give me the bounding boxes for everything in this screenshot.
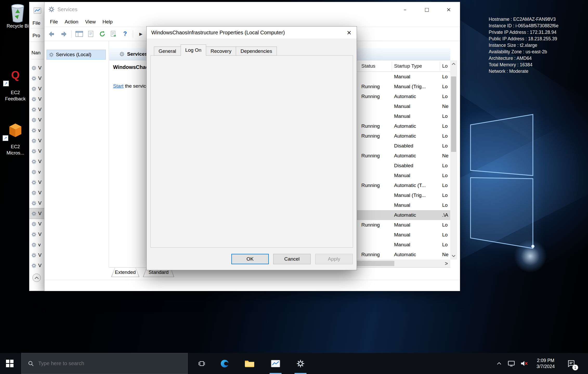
back-button[interactable]	[47, 29, 57, 39]
gear-icon	[31, 86, 37, 92]
maximize-button[interactable]: □	[416, 2, 438, 17]
rear-service-row[interactable]: V	[29, 208, 44, 219]
rear-service-row[interactable]: V	[29, 104, 44, 115]
properties-button[interactable]	[86, 29, 96, 39]
minimize-button[interactable]: –	[394, 2, 416, 17]
monitor-app-button[interactable]	[266, 353, 285, 374]
menu-view[interactable]: View	[82, 19, 99, 25]
show-console-tree-button[interactable]	[74, 29, 84, 39]
tray-expand-button[interactable]	[493, 353, 505, 374]
forward-button[interactable]	[58, 29, 68, 39]
file-explorer-button[interactable]	[240, 353, 259, 374]
services-app-button[interactable]	[291, 353, 310, 374]
tab-general[interactable]: General	[154, 47, 181, 56]
close-button[interactable]: ×	[438, 2, 460, 17]
rear-service-label: V	[38, 231, 42, 237]
rear-service-row[interactable]: V	[29, 156, 44, 167]
file-explorer-icon	[245, 359, 254, 368]
start-button[interactable]	[0, 353, 19, 374]
export-list-icon	[110, 30, 117, 37]
rear-service-label: v	[38, 242, 41, 248]
scrollbar-thumb[interactable]	[451, 76, 456, 152]
service-startup-type: Manual (Trig...	[394, 82, 426, 92]
rear-service-label: V	[38, 263, 42, 268]
dialog-close-button[interactable]: ×	[342, 27, 357, 38]
tab-recovery[interactable]: Recovery	[206, 47, 236, 56]
rear-service-row[interactable]: V	[29, 198, 44, 208]
rear-menu-file[interactable]: File	[32, 20, 41, 26]
start-service-suffix: the service	[123, 83, 149, 89]
rear-service-row[interactable]: V	[29, 250, 44, 260]
play-icon: ▶	[139, 31, 142, 36]
rear-service-row[interactable]: V	[29, 63, 44, 73]
gear-icon	[31, 263, 37, 268]
service-logon-as: Lo	[442, 92, 450, 101]
service-startup-type: Manual	[394, 72, 410, 82]
start-service-button[interactable]: ▶	[136, 29, 146, 39]
column-divider	[359, 62, 359, 70]
rear-service-row[interactable]: V	[29, 136, 44, 146]
rear-service-row[interactable]: v	[29, 125, 44, 136]
collapse-chevron-button[interactable]	[32, 274, 41, 282]
edge-button[interactable]	[215, 353, 234, 374]
service-startup-type: Disabled	[394, 141, 413, 151]
menu-file[interactable]: File	[47, 19, 61, 25]
desktop-icon-label: Feedback	[1, 96, 30, 102]
scroll-right-button[interactable]: >	[442, 260, 450, 267]
export-list-button[interactable]	[109, 29, 119, 39]
task-view-button[interactable]	[193, 353, 211, 374]
search-input[interactable]	[38, 360, 150, 366]
menu-help[interactable]: Help	[99, 19, 116, 25]
service-startup-type: Manual	[394, 101, 410, 111]
scroll-up-button[interactable]	[450, 60, 457, 68]
vertical-scrollbar[interactable]	[450, 60, 457, 260]
service-logon-as: Lo	[442, 190, 450, 200]
service-status: Running	[361, 220, 380, 230]
rear-service-row[interactable]: V	[29, 94, 44, 104]
rear-service-label: V	[38, 148, 42, 154]
apply-button[interactable]: Apply	[315, 254, 353, 264]
rear-service-row[interactable]: V	[29, 83, 44, 94]
service-logon-as: Lo	[442, 220, 450, 230]
rear-service-row[interactable]: v	[29, 167, 44, 177]
rear-service-row[interactable]: V	[29, 115, 44, 125]
rear-service-row[interactable]: V	[29, 260, 44, 271]
rear-service-row[interactable]: V	[29, 229, 44, 240]
taskbar-search[interactable]	[21, 353, 188, 374]
scroll-down-button[interactable]	[450, 252, 457, 260]
menu-action[interactable]: Action	[61, 19, 82, 25]
column-header-logon-as[interactable]: Lo	[442, 60, 448, 72]
desktop-icon-ec2-feedback[interactable]: Q ↗ EC2 Feedback	[1, 67, 30, 102]
start-service-link[interactable]: Start	[113, 83, 123, 89]
desktop-icon-recycle-bin[interactable]: Recycle Bi	[2, 3, 33, 29]
service-status: Running	[361, 151, 380, 161]
network-tray-button[interactable]	[505, 353, 518, 374]
column-header-startup-type[interactable]: Startup Type	[394, 60, 422, 72]
gear-icon	[31, 117, 37, 123]
tab-log-on[interactable]: Log On	[181, 44, 206, 56]
rear-service-row[interactable]: V	[29, 177, 44, 188]
taskbar-clock[interactable]: 2:09 PM 3/7/2024	[531, 353, 560, 374]
rear-column-header[interactable]: Nan	[31, 50, 44, 59]
tab-dependencies[interactable]: Dependencies	[236, 47, 277, 56]
rear-service-row[interactable]: V	[29, 73, 44, 83]
rear-service-row[interactable]: V	[29, 219, 44, 229]
gear-icon	[31, 96, 37, 102]
refresh-button[interactable]	[97, 29, 107, 39]
column-header-status[interactable]: Status	[361, 60, 375, 72]
rear-service-row[interactable]: V	[29, 146, 44, 156]
volume-tray-button[interactable]	[517, 353, 531, 374]
tree-item-services-local[interactable]: Services (Local)	[47, 50, 106, 60]
rear-service-row[interactable]: V	[29, 188, 44, 198]
tab-extended[interactable]: Extended	[111, 268, 139, 277]
ok-button[interactable]: OK	[231, 254, 269, 264]
cancel-button[interactable]: Cancel	[273, 254, 311, 264]
action-center-button[interactable]: 1	[562, 353, 580, 374]
monitor-app-icon	[34, 7, 41, 14]
desktop-icon-ec2-micros[interactable]: ↗ EC2 Micros...	[1, 123, 30, 156]
system-info: Hostname : EC2AMAZ-FAN98V3 Instance ID :…	[489, 16, 559, 75]
service-logon-as: Lo	[442, 200, 450, 210]
help-button[interactable]: ?	[120, 29, 130, 39]
rear-service-row[interactable]: v	[29, 240, 44, 250]
service-startup-type: Manual	[394, 200, 410, 210]
